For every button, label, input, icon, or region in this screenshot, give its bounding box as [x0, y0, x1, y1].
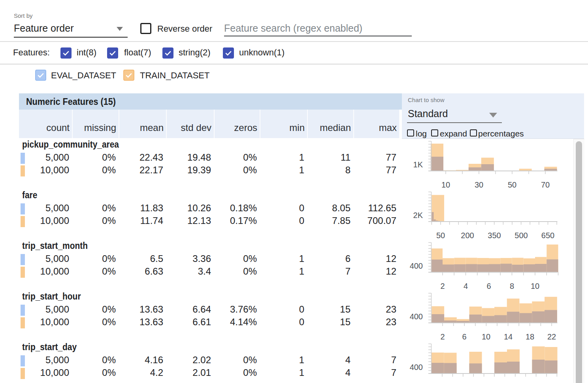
svg-text:2K: 2K [413, 211, 423, 220]
svg-text:6: 6 [486, 282, 491, 290]
svg-text:22: 22 [547, 332, 556, 341]
svg-text:10: 10 [531, 282, 539, 290]
svg-text:400: 400 [410, 312, 423, 321]
svg-text:10: 10 [441, 180, 450, 189]
svg-text:1K: 1K [413, 160, 423, 169]
svg-text:650: 650 [541, 231, 554, 240]
svg-text:400: 400 [410, 262, 423, 270]
svg-text:400: 400 [410, 363, 423, 372]
svg-text:2: 2 [440, 332, 445, 341]
svg-text:2: 2 [440, 282, 445, 290]
svg-text:4: 4 [464, 282, 468, 290]
svg-text:10: 10 [482, 332, 490, 341]
svg-text:8: 8 [510, 282, 514, 290]
svg-text:500: 500 [514, 231, 528, 240]
svg-text:50: 50 [436, 231, 445, 240]
svg-text:350: 350 [488, 231, 501, 240]
svg-text:50: 50 [508, 180, 516, 189]
svg-text:200: 200 [461, 231, 474, 240]
svg-text:14: 14 [504, 332, 513, 341]
svg-text:70: 70 [541, 180, 550, 189]
svg-text:18: 18 [526, 332, 534, 341]
svg-text:6: 6 [462, 332, 466, 341]
svg-text:30: 30 [475, 180, 483, 189]
